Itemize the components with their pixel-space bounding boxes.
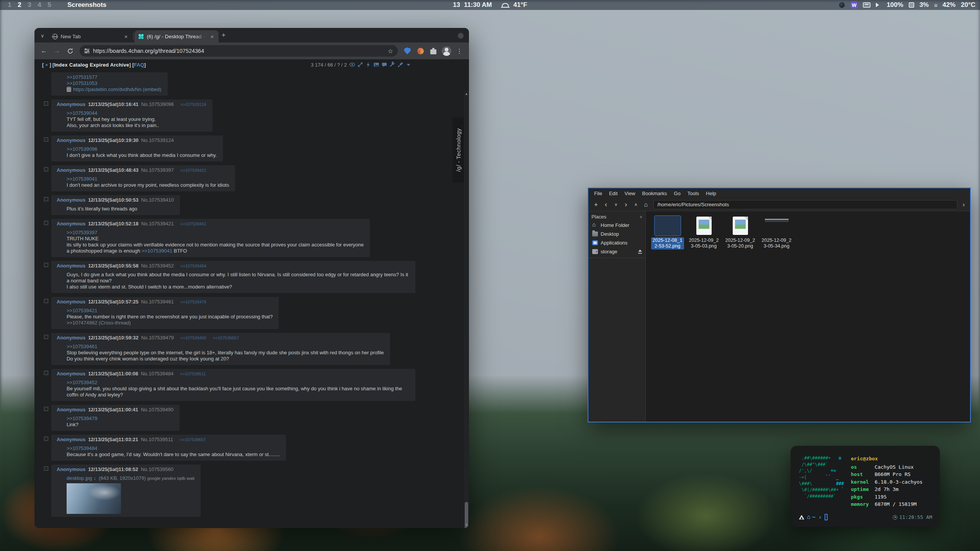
steam-icon[interactable] bbox=[838, 2, 845, 8]
post-checkbox[interactable] bbox=[44, 167, 48, 171]
quote-link[interactable]: >>107539397 bbox=[67, 230, 97, 235]
post-checkbox[interactable] bbox=[44, 101, 48, 106]
post-number[interactable]: No.107539124 bbox=[141, 137, 174, 143]
eye-icon[interactable] bbox=[349, 62, 355, 68]
page-scrollbar[interactable]: ▲ ▼ bbox=[464, 91, 469, 528]
quote-link[interactable]: >>107531053 bbox=[67, 80, 97, 86]
shell-prompt[interactable]: ⌂ ~ › bbox=[799, 514, 828, 521]
post-checkbox[interactable] bbox=[44, 197, 48, 201]
post-checkbox[interactable] bbox=[44, 221, 48, 225]
back-icon[interactable] bbox=[601, 200, 611, 209]
board-title-vertical-tab[interactable]: /g/ - Technology bbox=[452, 117, 464, 183]
post-checkbox[interactable] bbox=[44, 466, 48, 471]
path-bar[interactable]: /home/eric/Pictures/Screenshots bbox=[653, 200, 957, 209]
post-checkbox[interactable] bbox=[44, 335, 48, 339]
sidebar-item-desktop[interactable]: Desktop bbox=[588, 230, 645, 238]
up-icon[interactable] bbox=[631, 200, 640, 209]
image-icon[interactable] bbox=[373, 62, 379, 68]
caret-down-icon[interactable] bbox=[405, 62, 412, 68]
post-number[interactable]: No.107539410 bbox=[141, 197, 174, 203]
menu-view[interactable]: View bbox=[621, 191, 639, 196]
backlink[interactable]: >>107539484 bbox=[180, 264, 206, 268]
file-item[interactable]: 2025-12-08_12-53-52.png bbox=[650, 216, 685, 249]
ublock-extension-icon[interactable] bbox=[402, 45, 413, 57]
file-item[interactable]: 2025-12-09_23-05-03.png bbox=[686, 216, 722, 249]
site-info-icon[interactable] bbox=[84, 49, 90, 53]
post-checkbox[interactable] bbox=[44, 263, 48, 267]
bookmark-star-icon[interactable]: ☆ bbox=[388, 47, 393, 55]
backlink[interactable]: >>107539421 bbox=[180, 168, 206, 173]
quote-link[interactable]: >>107539461 bbox=[67, 344, 97, 349]
post-checkbox[interactable] bbox=[44, 437, 48, 441]
quote-link[interactable]: >>107539096 bbox=[67, 146, 97, 152]
tab-2[interactable]: (6) /g/ - Desktop Thread -× bbox=[134, 30, 219, 42]
quote-link[interactable]: >>107539452 bbox=[67, 380, 97, 385]
post-thumbnail[interactable] bbox=[67, 483, 121, 514]
history-icon[interactable] bbox=[611, 200, 621, 209]
post-number[interactable]: No.107539560 bbox=[141, 466, 173, 472]
forward-icon[interactable] bbox=[621, 200, 630, 209]
quote-link[interactable]: >>107531577 bbox=[67, 74, 97, 80]
sidebar-item-storage[interactable]: storage bbox=[588, 247, 645, 256]
board-nav-link[interactable]: + bbox=[45, 62, 48, 68]
tab-1[interactable]: New Tab× bbox=[48, 30, 132, 42]
post-checkbox[interactable] bbox=[44, 137, 48, 142]
tab-search-icon[interactable]: ∨ bbox=[41, 33, 44, 39]
file-item[interactable]: 2025-12-09_23-05-20.png bbox=[722, 216, 758, 249]
post-number[interactable]: No.107539452 bbox=[141, 263, 174, 269]
expand-icon[interactable] bbox=[357, 62, 363, 68]
extensions-button[interactable] bbox=[428, 45, 439, 57]
wrench-icon[interactable] bbox=[389, 62, 395, 68]
tab-close-icon[interactable]: × bbox=[210, 33, 215, 40]
scroll-up-arrow[interactable]: ▲ bbox=[464, 92, 469, 96]
profile-button[interactable] bbox=[441, 45, 452, 57]
post-number[interactable]: No.107539096 bbox=[141, 101, 174, 107]
brush-icon[interactable] bbox=[397, 62, 403, 68]
quote-link[interactable]: https://pastebin.com/dvdhdvNn (embed) bbox=[73, 86, 162, 92]
menu-bookmarks[interactable]: Bookmarks bbox=[639, 191, 670, 196]
workspace-1[interactable]: 1 bbox=[5, 1, 15, 9]
wayland-w-icon[interactable]: W bbox=[851, 2, 858, 8]
post-number[interactable]: No.107539461 bbox=[141, 299, 174, 305]
new-tab-button[interactable]: + bbox=[222, 31, 226, 39]
home-icon[interactable] bbox=[641, 200, 650, 209]
workspace-5[interactable]: 5 bbox=[44, 1, 54, 9]
quote-link[interactable]: desktop.jpg bbox=[67, 475, 92, 481]
eject-icon[interactable] bbox=[638, 249, 642, 254]
quote-link[interactable]: >>107539041 bbox=[67, 176, 97, 182]
post-number[interactable]: No.107539397 bbox=[141, 167, 174, 173]
backlink[interactable]: >>107539657 bbox=[180, 437, 206, 442]
board-nav-link[interactable]: FAQ bbox=[134, 62, 144, 68]
image-search-links[interactable]: google yandex iqdb wait bbox=[147, 476, 194, 481]
forward-button[interactable]: → bbox=[51, 45, 63, 57]
post-number[interactable]: No.107539421 bbox=[141, 221, 174, 227]
workspace-2[interactable]: 2 bbox=[15, 1, 24, 9]
tab-close-icon[interactable]: × bbox=[124, 33, 129, 40]
backlink[interactable]: >>107539490 bbox=[180, 336, 206, 340]
address-bar[interactable]: https://boards.4chan.org/g/thread/107524… bbox=[80, 45, 398, 57]
menu-tools[interactable]: Tools bbox=[684, 191, 702, 196]
post-number[interactable]: No.107539511 bbox=[141, 437, 173, 442]
backlink[interactable]: >>107539124 bbox=[180, 102, 206, 107]
quote-link[interactable]: >>107539044 bbox=[67, 110, 97, 116]
post-checkbox[interactable] bbox=[44, 299, 48, 303]
menu-file[interactable]: File bbox=[591, 191, 606, 196]
backlink[interactable]: >>107539461 bbox=[180, 222, 206, 226]
sidebar-item-home-folder[interactable]: Home Folder bbox=[588, 221, 645, 230]
quote-link[interactable]: >>107539484 bbox=[67, 445, 97, 451]
download-icon[interactable]: ↓ bbox=[94, 475, 96, 481]
extension-icon[interactable] bbox=[415, 45, 426, 57]
backlink[interactable]: >>107539657 bbox=[213, 336, 239, 340]
quote-link[interactable]: >>107539479 bbox=[67, 416, 97, 421]
volume-icon[interactable] bbox=[876, 3, 881, 7]
reload-button[interactable] bbox=[64, 45, 76, 57]
path-forward-icon[interactable]: › bbox=[960, 201, 967, 208]
quote-link[interactable]: >>107539421 bbox=[67, 308, 97, 313]
sidebar-item-applications[interactable]: Applications bbox=[588, 238, 645, 247]
post-number[interactable]: No.107539490 bbox=[141, 407, 173, 412]
terminal-cursor[interactable] bbox=[825, 514, 828, 520]
post-checkbox[interactable] bbox=[44, 371, 48, 375]
window-control[interactable] bbox=[458, 33, 464, 39]
post-number[interactable]: No.107539484 bbox=[141, 371, 173, 377]
quote-link[interactable]: >>107539041 bbox=[142, 248, 172, 254]
